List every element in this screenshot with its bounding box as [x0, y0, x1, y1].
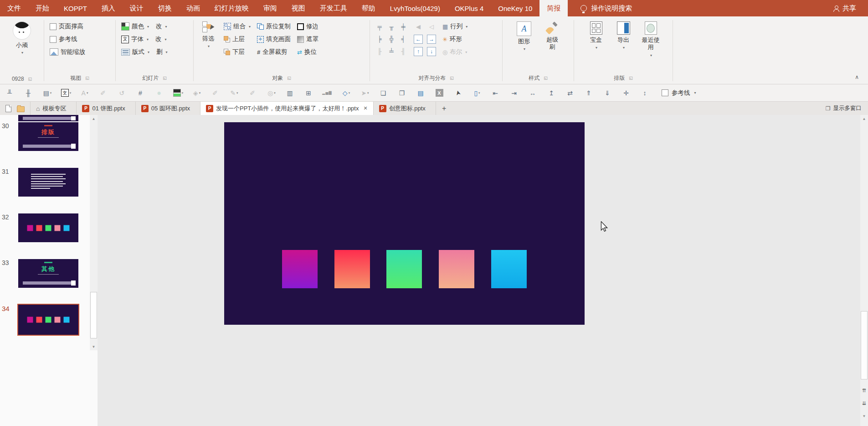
treasure-box-button[interactable]: 宝盒 ▾	[585, 20, 607, 50]
gradient-square-teal-green[interactable]	[386, 250, 422, 288]
duplicate-in-place-button[interactable]: 原位复制	[256, 21, 292, 32]
bring-front-icon[interactable]: ❏	[378, 87, 389, 99]
gradient-square-pink-peach[interactable]	[439, 250, 474, 288]
columns-icon[interactable]: ▥	[285, 87, 296, 99]
ring-layout-button[interactable]: ✳ 环形	[441, 33, 469, 45]
table-edit-icon[interactable]: ⊞	[303, 87, 314, 99]
menu-tab[interactable]: KOPPT	[56, 0, 94, 16]
recently-used-button[interactable]: 最近使用 ▾	[640, 20, 662, 58]
menu-tab[interactable]: 视图	[284, 0, 313, 16]
nudge-down-icon[interactable]: ↓	[426, 45, 437, 57]
page-height-toggle[interactable]: 页面撑高	[48, 21, 87, 32]
menu-tab[interactable]: 幻灯片放映	[207, 0, 256, 16]
slide-thumbnail-34-selected[interactable]	[18, 305, 78, 335]
colors-button[interactable]: 颜色	[132, 22, 144, 31]
filter-select-button[interactable]: 筛选 ▾	[198, 20, 219, 49]
menu-tab[interactable]: 审阅	[256, 0, 284, 16]
eyedropper-icon[interactable]: ✐	[247, 87, 258, 99]
send-backward-button[interactable]: 下层	[222, 46, 252, 58]
slide-thumbnail-32[interactable]	[18, 213, 78, 242]
rows-columns-button[interactable]: ▦ 行列 ▾	[441, 21, 469, 32]
distribute-vertical-icon[interactable]: ╤	[374, 21, 385, 33]
align-top-icon[interactable]: ╥	[386, 21, 397, 33]
trim-edge-button[interactable]: 修边	[296, 21, 320, 32]
nudge-up-icon[interactable]: ↑	[412, 45, 424, 57]
align-right-icon[interactable]: ╡	[398, 33, 409, 45]
scroll-down-icon[interactable]: ▼	[90, 343, 98, 350]
smart-zoom-button[interactable]: 智能缩放	[48, 46, 87, 58]
paragraph-style-icon[interactable]: ▤ ▾	[42, 87, 53, 99]
dialog-launcher-icon[interactable]: ◱	[163, 76, 167, 80]
slide-thumbnail-30[interactable]: 排版	[18, 122, 78, 151]
document-tab[interactable]: P 发现一个PPT小插件，使用起来爽爆了，太好用！.pptx ✕	[200, 102, 374, 115]
open-folder-icon[interactable]	[17, 106, 25, 112]
menu-tab[interactable]: OKPlus 4	[447, 0, 491, 16]
shapes-icon[interactable]: ◇ ▾	[341, 87, 352, 99]
dialog-launcher-icon[interactable]: ◱	[28, 77, 32, 81]
menu-tab[interactable]: 帮助	[354, 0, 383, 16]
menu-tab[interactable]: 开发工具	[313, 0, 354, 16]
image-reset-icon[interactable]: ↺	[117, 87, 128, 99]
delete-button[interactable]: 删	[156, 48, 163, 56]
menu-tab[interactable]: 插入	[94, 0, 123, 16]
layout-button[interactable]: 版式	[132, 48, 144, 56]
bring-forward-button[interactable]: 上层	[222, 33, 252, 45]
send-back-icon[interactable]: ❐	[397, 87, 408, 99]
fullscreen-crop-button[interactable]: # 全屏裁剪	[256, 46, 292, 58]
new-document-icon[interactable]	[5, 105, 11, 112]
pen-edit-icon[interactable]: ✎ ▾	[229, 87, 240, 99]
no-fill-icon[interactable]: X	[434, 87, 445, 99]
scroll-down-icon[interactable]: ▼	[860, 412, 868, 420]
arrow-shape-icon[interactable]: ➤ ▾	[360, 87, 370, 99]
gradient-square-red-salmon[interactable]	[334, 250, 370, 288]
slide-thumbnail-33[interactable]: 其他	[18, 259, 78, 288]
colors-edit-button[interactable]: 改	[156, 22, 162, 31]
document-tab[interactable]: P 01 饼图.pptx	[77, 102, 135, 115]
stretch-vertical-icon[interactable]: ╧	[386, 45, 397, 57]
slide-thumbnail-partial[interactable]	[18, 115, 78, 121]
resize-icon[interactable]: ↕	[640, 87, 651, 99]
align-bottom-icon[interactable]: ╨	[5, 87, 15, 99]
mini-chart-icon[interactable]: ▂▅▇	[322, 87, 333, 99]
select-object-icon[interactable]: ➤	[453, 87, 464, 99]
document-tab[interactable]: ⌂ 模板专区	[31, 102, 77, 115]
menu-tab[interactable]: 文件	[0, 0, 28, 16]
textbox-icon[interactable]: ▤	[416, 87, 426, 99]
swap-size-icon[interactable]: ╢	[398, 45, 409, 57]
boolean-button[interactable]: ◎ 布尔 ▾	[441, 46, 469, 58]
avatar-button[interactable]: 小顽 ▾	[11, 20, 33, 55]
menu-tab[interactable]: 开始	[28, 0, 56, 16]
super-brush-button[interactable]: 超级刷	[541, 20, 563, 51]
paint-bucket-icon[interactable]: ◈ ▾	[191, 87, 202, 99]
show-multiple-windows-button[interactable]: ❐ 显示多窗口	[826, 102, 868, 115]
dialog-launcher-icon[interactable]: ◱	[85, 76, 89, 80]
move-up-icon[interactable]: ⇑	[584, 87, 595, 99]
slide-canvas[interactable]	[224, 122, 585, 325]
thumbnail-scrollbar[interactable]: ▲ ▼	[90, 115, 98, 350]
menu-tab[interactable]: 简报	[539, 0, 568, 16]
mask-button[interactable]: 遮罩	[296, 33, 320, 45]
menu-tab[interactable]: 切换	[151, 0, 179, 16]
new-tab-button[interactable]: +	[436, 102, 452, 115]
guides-checkbox[interactable]: 参考线 ▾	[662, 89, 696, 97]
group-objects-button[interactable]: 组合 ▾	[222, 21, 252, 32]
share-button[interactable]: 共享	[833, 0, 856, 16]
distribute-horizontal-icon[interactable]: ╪	[398, 21, 409, 33]
distribute-center-icon[interactable]: ↔	[528, 87, 539, 99]
move-down-icon[interactable]: ⇓	[602, 87, 613, 99]
font-edit-button[interactable]: 改	[155, 35, 162, 43]
format-fill-icon[interactable]: ✛	[621, 87, 632, 99]
nudge-left-icon[interactable]: ←	[412, 33, 424, 45]
menu-tab[interactable]: LvyhTools(0429)	[383, 0, 447, 16]
scrollbar-thumb[interactable]	[90, 292, 97, 338]
font-box-icon[interactable]: 文 ▾	[61, 87, 72, 99]
distribute-gap-icon[interactable]: ╫	[23, 87, 34, 99]
flip-horizontal-icon[interactable]: ◀	[412, 21, 424, 33]
dialog-launcher-icon[interactable]: ◱	[450, 76, 454, 80]
scrollbar-thumb[interactable]	[861, 311, 868, 379]
menu-tab[interactable]: 设计	[123, 0, 151, 16]
menu-tab[interactable]: OneKey 10	[491, 0, 539, 16]
dialog-launcher-icon[interactable]: ◱	[629, 76, 633, 80]
dialog-launcher-icon[interactable]: ◱	[544, 76, 548, 80]
gradient-square-magenta-purple[interactable]	[282, 250, 318, 288]
